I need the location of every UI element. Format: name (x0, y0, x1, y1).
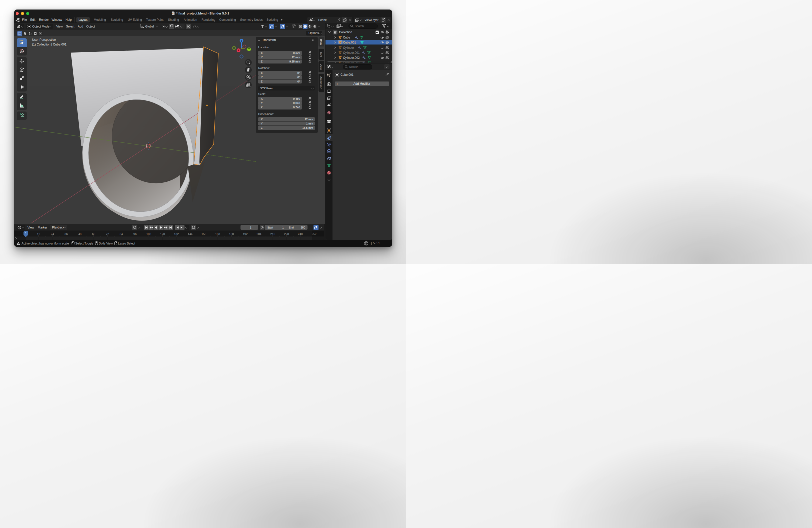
svg-text:132: 132 (174, 233, 178, 235)
svg-text:216: 216 (270, 233, 275, 235)
svg-text:84: 84 (119, 233, 123, 235)
svg-text:204: 204 (257, 233, 261, 235)
svg-text:228: 228 (284, 233, 289, 235)
svg-text:Z: Z (241, 40, 242, 42)
svg-text:144: 144 (188, 233, 192, 235)
svg-text:48: 48 (78, 233, 82, 235)
svg-text:168: 168 (215, 233, 220, 235)
svg-text:24: 24 (50, 233, 54, 235)
svg-text:240: 240 (298, 233, 303, 235)
svg-text:36: 36 (64, 233, 68, 235)
svg-text:Y: Y (248, 48, 250, 51)
svg-text:180: 180 (229, 233, 234, 235)
svg-text:156: 156 (201, 233, 206, 235)
svg-text:12: 12 (37, 233, 40, 235)
svg-text:108: 108 (146, 233, 151, 235)
svg-text:192: 192 (243, 233, 247, 235)
svg-text:120: 120 (160, 233, 165, 235)
svg-text:96: 96 (133, 233, 136, 235)
svg-text:72: 72 (106, 233, 109, 235)
svg-text:X: X (238, 49, 240, 52)
svg-text:60: 60 (92, 233, 95, 235)
